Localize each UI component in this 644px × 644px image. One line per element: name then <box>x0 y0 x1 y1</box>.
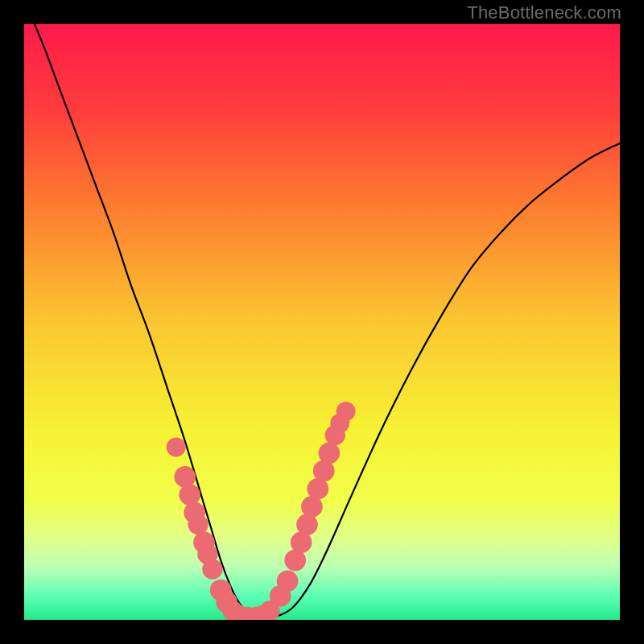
data-marker <box>202 559 222 579</box>
data-marker <box>319 442 341 464</box>
data-marker <box>188 514 208 535</box>
data-marker <box>167 437 186 456</box>
data-marker <box>277 571 299 592</box>
plot-area <box>24 24 620 620</box>
gradient-background <box>24 24 620 620</box>
chart-svg <box>24 24 620 620</box>
attribution-text: TheBottleneck.com <box>467 2 621 23</box>
data-marker <box>336 402 356 421</box>
chart-frame: TheBottleneck.com <box>0 0 644 644</box>
